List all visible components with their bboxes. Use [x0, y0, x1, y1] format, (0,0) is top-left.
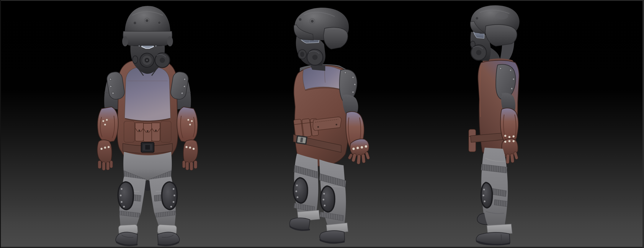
knee-pad-right [321, 186, 335, 212]
canvas-frame-right [643, 0, 644, 248]
helmet-rivet [299, 18, 302, 21]
sculpt-viewport-canvas[interactable] [0, 0, 644, 248]
helmet-rivet [133, 22, 136, 25]
boot-right [158, 232, 179, 246]
helmet [122, 6, 173, 46]
belt-buckle [141, 142, 154, 152]
knee-pad-right [162, 182, 177, 210]
knee-pad-left [118, 182, 133, 210]
helmet-rivet [475, 17, 478, 20]
boot-left [289, 218, 310, 231]
canvas-frame-top [0, 0, 644, 1]
arm-guard [501, 108, 519, 142]
model-view-front[interactable] [94, 4, 201, 247]
model-view-three-quarter[interactable] [280, 6, 378, 243]
canvas-frame-left [0, 0, 1, 248]
glove-right [182, 140, 198, 170]
boot-right [319, 231, 345, 244]
knee-pad-left [293, 178, 308, 203]
canvas-frame-bottom [0, 247, 644, 248]
helmet-rivet [146, 19, 148, 22]
helmet-brim [123, 31, 172, 45]
helmet-rivet [311, 20, 314, 23]
helmet-ear-left [122, 36, 128, 46]
helmet-rivet [158, 21, 161, 24]
boot [476, 232, 510, 245]
boot-left [116, 232, 138, 246]
knee-pad [481, 182, 492, 208]
helmet-ear-right [167, 36, 173, 46]
arm-guard-right [177, 107, 198, 142]
belt-buckle [296, 135, 308, 145]
glove-left [97, 140, 113, 170]
glove [348, 139, 370, 164]
magazine-pouches [135, 123, 160, 142]
model-view-side[interactable] [457, 5, 537, 244]
armored-vest [117, 59, 178, 167]
mask-intake [133, 56, 138, 63]
arm-guard-left [98, 107, 118, 142]
